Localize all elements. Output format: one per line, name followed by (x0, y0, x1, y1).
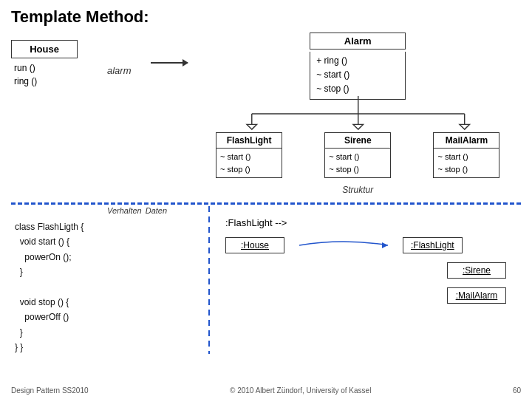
svg-marker-8 (382, 242, 388, 248)
alarm-label: alarm (107, 65, 132, 76)
code-line-2: void start () { (15, 234, 181, 249)
mailalarm-name: MailAlarm (434, 133, 499, 149)
house-method-2: ring () (14, 75, 37, 88)
code-line-4: } (15, 265, 181, 279)
house-methods: run () ring () (14, 61, 37, 88)
sirene-object-label: :Sirene (463, 265, 491, 276)
house-flashlight-arrow (299, 238, 388, 253)
page-title: Template Method: (11, 7, 521, 27)
mailalarm-object-label: :MailAlarm (456, 290, 498, 301)
page: Template Method: House run () ring () al… (0, 0, 532, 399)
svg-marker-3 (247, 124, 256, 129)
house-object-box: :House (225, 237, 284, 253)
footer-right: © 2010 Albert Zündorf, University of Kas… (230, 386, 371, 395)
bottom-section: Verhalten Daten class FlashLigth { void … (11, 206, 521, 354)
sirene-name: Sirene (325, 133, 390, 149)
svg-marker-7 (460, 124, 469, 129)
mailalarm-body: ~ start () ~ stop () (434, 149, 499, 177)
code-line-7: powerOff () (15, 310, 181, 324)
svg-marker-5 (353, 124, 363, 129)
footer-left: Design Pattern SS2010 (11, 386, 89, 395)
alarm-method-1: ~ start () (316, 68, 399, 82)
mailalarm-object-box: :MailAlarm (447, 287, 506, 304)
sirene-body: ~ start () ~ stop () (325, 149, 390, 177)
daten-label: Daten (146, 206, 167, 215)
house-method-1: run () (14, 61, 37, 75)
code-area: class FlashLigth { void start () { power… (11, 206, 181, 354)
house-object-label: :House (241, 240, 269, 250)
house-class-box: House (11, 40, 78, 58)
house-class-name: House (30, 44, 59, 55)
vertical-dashed-line (208, 206, 210, 354)
alarm-class-name: Alarm (344, 35, 372, 47)
sirene-object-box: :Sirene (447, 262, 506, 279)
subclasses-row: FlashLight ~ start () ~ stop () Sirene ~… (195, 132, 521, 178)
verhalten-label: Verhalten (107, 206, 142, 215)
flashlight-name: FlashLight (216, 133, 282, 149)
flashlight-object-box: :FlashLight (403, 237, 463, 253)
mailalarm-class: MailAlarm ~ start () ~ stop () (433, 132, 499, 178)
flashlight-body: ~ start () ~ stop () (216, 149, 282, 177)
sirene-class: Sirene ~ start () ~ stop () (324, 132, 391, 178)
object-row-mailalarm: :MailAlarm (225, 287, 521, 304)
verhalten-daten-labels: Verhalten Daten (107, 206, 167, 215)
code-line-3: powerOn (); (15, 250, 181, 265)
footer-page: 60 (513, 386, 521, 395)
code-line-9: } } (15, 340, 181, 355)
uml-top-section: House run () ring () alarm Alarm + ring … (11, 33, 521, 202)
uml-right: Alarm + ring () ~ start () ~ stop () (195, 33, 521, 195)
right-object-boxes: :FlashLight --> :House :FlashLight :Sire… (225, 217, 521, 304)
footer: Design Pattern SS2010 © 2010 Albert Zünd… (11, 386, 521, 395)
flashlight-class: FlashLight ~ start () ~ stop () (216, 132, 282, 178)
object-row-house: :House :FlashLight (225, 237, 521, 253)
dashed-divider (11, 202, 521, 205)
alarm-class-methods: + ring () ~ start () ~ stop () (310, 52, 406, 100)
code-line-6: void stop () { (15, 295, 181, 310)
object-row-sirene: :Sirene (225, 262, 521, 279)
alarm-class-box: Alarm (310, 33, 406, 50)
house-col: House run () ring () (11, 40, 100, 88)
alarm-method-0: + ring () (316, 54, 399, 68)
code-line-1: class FlashLigth { (15, 219, 181, 234)
code-line-5 (15, 280, 181, 295)
flashlight-object-label: :FlashLight (411, 240, 454, 250)
code-line-8: } (15, 325, 181, 340)
struktur-label: Struktur (195, 185, 521, 195)
alarm-method-2: ~ stop () (316, 82, 399, 96)
